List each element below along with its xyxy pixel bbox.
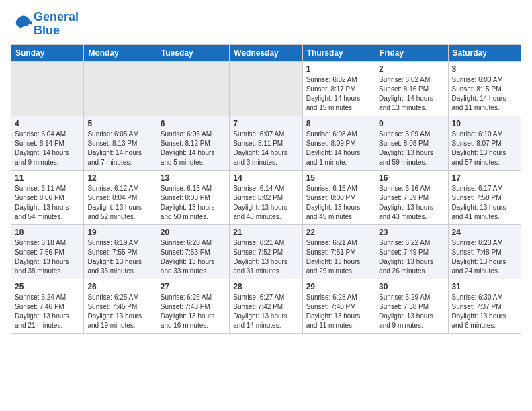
calendar-cell: 11Sunrise: 6:11 AM Sunset: 8:06 PM Dayli… [11,170,84,224]
cell-content: Sunrise: 6:11 AM Sunset: 8:06 PM Dayligh… [15,184,80,222]
day-number: 29 [306,282,371,291]
calendar-week-row: 18Sunrise: 6:18 AM Sunset: 7:56 PM Dayli… [11,224,521,279]
cell-content: Sunrise: 6:12 AM Sunset: 8:04 PM Dayligh… [87,184,152,222]
header-day-thursday: Thursday [302,44,375,61]
day-number: 17 [452,173,517,183]
calendar-cell: 1Sunrise: 6:02 AM Sunset: 8:17 PM Daylig… [302,61,375,116]
calendar-cell: 18Sunrise: 6:18 AM Sunset: 7:56 PM Dayli… [11,224,84,279]
calendar-cell: 5Sunrise: 6:05 AM Sunset: 8:13 PM Daylig… [84,116,157,170]
day-number: 31 [452,282,517,291]
calendar-cell: 28Sunrise: 6:27 AM Sunset: 7:42 PM Dayli… [230,279,302,333]
cell-content: Sunrise: 6:29 AM Sunset: 7:38 PM Dayligh… [379,293,444,330]
header-day-wednesday: Wednesday [230,44,302,61]
cell-content: Sunrise: 6:09 AM Sunset: 8:08 PM Dayligh… [379,130,444,167]
cell-content: Sunrise: 6:13 AM Sunset: 8:03 PM Dayligh… [161,184,226,222]
calendar-cell: 10Sunrise: 6:10 AM Sunset: 8:07 PM Dayli… [448,116,521,170]
cell-content: Sunrise: 6:23 AM Sunset: 7:48 PM Dayligh… [452,238,517,276]
logo-text-line2: Blue [34,24,79,38]
day-number: 28 [233,282,298,291]
day-number: 6 [161,119,226,128]
day-number: 10 [452,119,517,128]
day-number: 13 [161,173,226,183]
cell-content: Sunrise: 6:24 AM Sunset: 7:46 PM Dayligh… [15,293,80,330]
cell-content: Sunrise: 6:17 AM Sunset: 7:58 PM Dayligh… [452,184,517,222]
cell-content: Sunrise: 6:22 AM Sunset: 7:49 PM Dayligh… [379,238,444,276]
calendar-cell: 31Sunrise: 6:30 AM Sunset: 7:37 PM Dayli… [448,279,521,333]
day-number: 26 [87,282,152,291]
cell-content: Sunrise: 6:20 AM Sunset: 7:53 PM Dayligh… [161,238,226,276]
cell-content: Sunrise: 6:26 AM Sunset: 7:43 PM Dayligh… [161,293,226,330]
header-day-friday: Friday [375,44,448,61]
cell-content: Sunrise: 6:27 AM Sunset: 7:42 PM Dayligh… [233,293,298,330]
day-number: 4 [15,119,80,128]
calendar-cell: 25Sunrise: 6:24 AM Sunset: 7:46 PM Dayli… [11,279,84,333]
cell-content: Sunrise: 6:21 AM Sunset: 7:51 PM Dayligh… [306,238,371,276]
day-number: 1 [306,64,371,74]
header-day-saturday: Saturday [448,44,521,61]
calendar-cell [11,61,84,116]
day-number: 27 [161,282,226,291]
calendar-cell: 12Sunrise: 6:12 AM Sunset: 8:04 PM Dayli… [84,170,157,224]
cell-content: Sunrise: 6:03 AM Sunset: 8:15 PM Dayligh… [452,75,517,113]
calendar-cell: 19Sunrise: 6:19 AM Sunset: 7:55 PM Dayli… [84,224,157,279]
day-number: 12 [87,173,152,183]
calendar-table: SundayMondayTuesdayWednesdayThursdayFrid… [11,44,521,334]
cell-content: Sunrise: 6:05 AM Sunset: 8:13 PM Dayligh… [87,130,152,167]
day-number: 8 [306,119,371,128]
logo: General Blue [11,11,79,38]
cell-content: Sunrise: 6:02 AM Sunset: 8:16 PM Dayligh… [379,75,444,113]
calendar-cell: 17Sunrise: 6:17 AM Sunset: 7:58 PM Dayli… [448,170,521,224]
calendar-cell: 23Sunrise: 6:22 AM Sunset: 7:49 PM Dayli… [375,224,448,279]
cell-content: Sunrise: 6:07 AM Sunset: 8:11 PM Dayligh… [233,130,298,167]
day-number: 5 [87,119,152,128]
cell-content: Sunrise: 6:25 AM Sunset: 7:45 PM Dayligh… [87,293,152,330]
cell-content: Sunrise: 6:15 AM Sunset: 8:00 PM Dayligh… [306,184,371,222]
cell-content: Sunrise: 6:02 AM Sunset: 8:17 PM Dayligh… [306,75,371,113]
calendar-cell [230,61,302,116]
calendar-cell [84,61,157,116]
cell-content: Sunrise: 6:10 AM Sunset: 8:07 PM Dayligh… [452,130,517,167]
day-number: 25 [15,282,80,291]
calendar-week-row: 1Sunrise: 6:02 AM Sunset: 8:17 PM Daylig… [11,61,521,116]
calendar-cell: 15Sunrise: 6:15 AM Sunset: 8:00 PM Dayli… [302,170,375,224]
day-number: 15 [306,173,371,183]
calendar-cell: 16Sunrise: 6:16 AM Sunset: 7:59 PM Dayli… [375,170,448,224]
calendar-cell: 8Sunrise: 6:08 AM Sunset: 8:09 PM Daylig… [302,116,375,170]
calendar-cell: 21Sunrise: 6:21 AM Sunset: 7:52 PM Dayli… [230,224,302,279]
cell-content: Sunrise: 6:21 AM Sunset: 7:52 PM Dayligh… [233,238,298,276]
cell-content: Sunrise: 6:28 AM Sunset: 7:40 PM Dayligh… [306,293,371,330]
calendar-cell: 30Sunrise: 6:29 AM Sunset: 7:38 PM Dayli… [375,279,448,333]
logo-text-line1: General [34,11,79,24]
cell-content: Sunrise: 6:08 AM Sunset: 8:09 PM Dayligh… [306,130,371,167]
logo-bird-icon [11,13,32,32]
day-number: 11 [15,173,80,183]
day-number: 9 [379,119,444,128]
calendar-cell: 22Sunrise: 6:21 AM Sunset: 7:51 PM Dayli… [302,224,375,279]
cell-content: Sunrise: 6:04 AM Sunset: 8:14 PM Dayligh… [15,130,80,167]
day-number: 20 [161,228,226,237]
day-number: 30 [379,282,444,291]
day-number: 21 [233,228,298,237]
header-day-monday: Monday [84,44,157,61]
calendar-cell: 3Sunrise: 6:03 AM Sunset: 8:15 PM Daylig… [448,61,521,116]
calendar-cell: 20Sunrise: 6:20 AM Sunset: 7:53 PM Dayli… [157,224,229,279]
cell-content: Sunrise: 6:19 AM Sunset: 7:55 PM Dayligh… [87,238,152,276]
calendar-cell: 27Sunrise: 6:26 AM Sunset: 7:43 PM Dayli… [157,279,229,333]
cell-content: Sunrise: 6:30 AM Sunset: 7:37 PM Dayligh… [452,293,517,330]
cell-content: Sunrise: 6:06 AM Sunset: 8:12 PM Dayligh… [161,130,226,167]
calendar-cell: 29Sunrise: 6:28 AM Sunset: 7:40 PM Dayli… [302,279,375,333]
day-number: 19 [87,228,152,237]
page-header: General Blue [11,11,521,38]
day-number: 7 [233,119,298,128]
calendar-cell: 6Sunrise: 6:06 AM Sunset: 8:12 PM Daylig… [157,116,229,170]
calendar-header-row: SundayMondayTuesdayWednesdayThursdayFrid… [11,44,521,61]
day-number: 23 [379,228,444,237]
cell-content: Sunrise: 6:16 AM Sunset: 7:59 PM Dayligh… [379,184,444,222]
day-number: 18 [15,228,80,237]
calendar-cell: 26Sunrise: 6:25 AM Sunset: 7:45 PM Dayli… [84,279,157,333]
header-day-tuesday: Tuesday [157,44,229,61]
day-number: 24 [452,228,517,237]
calendar-cell: 14Sunrise: 6:14 AM Sunset: 8:02 PM Dayli… [230,170,302,224]
calendar-week-row: 4Sunrise: 6:04 AM Sunset: 8:14 PM Daylig… [11,116,521,170]
calendar-cell: 4Sunrise: 6:04 AM Sunset: 8:14 PM Daylig… [11,116,84,170]
